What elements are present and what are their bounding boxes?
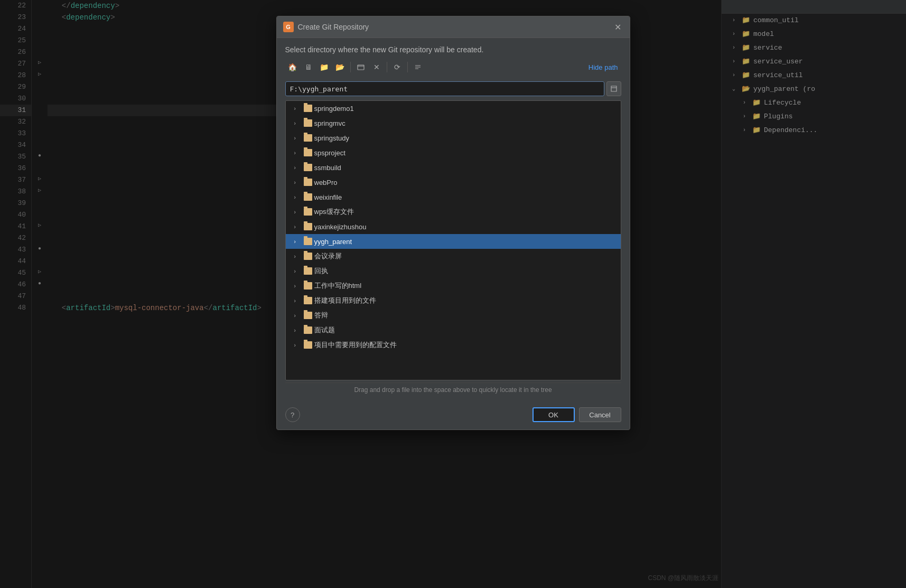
- folder-icon: [304, 312, 312, 319]
- create-git-repository-dialog: G Create Git Repository ✕ Select directo…: [276, 16, 630, 430]
- tree-item-springmvc[interactable]: › springmvc: [286, 116, 621, 130]
- chevron-right-icon: ›: [294, 239, 302, 245]
- chevron-right-icon: ›: [294, 150, 302, 156]
- folder-icon: [304, 341, 312, 349]
- dialog-close-button[interactable]: ✕: [613, 22, 623, 32]
- toolbar-desktop-button[interactable]: 🖥: [301, 60, 316, 74]
- toolbar-folder-button[interactable]: 📁: [317, 60, 332, 74]
- chevron-right-icon: ›: [294, 209, 302, 215]
- dialog-toolbar: 🏠 🖥 📁 📂 ✕ ⟳: [285, 60, 621, 77]
- path-browse-button[interactable]: [606, 81, 621, 96]
- tree-item-label: 会议录屏: [314, 251, 342, 261]
- chevron-right-icon: ›: [294, 165, 302, 171]
- hide-path-button[interactable]: Hide path: [585, 61, 621, 73]
- dialog-titlebar: G Create Git Repository ✕: [277, 16, 630, 38]
- tree-item-label: 回执: [314, 266, 328, 276]
- help-button[interactable]: ?: [285, 407, 300, 422]
- chevron-right-icon: ›: [294, 135, 302, 141]
- folder-icon: [304, 326, 312, 334]
- tree-item-spsproject[interactable]: › spsproject: [286, 145, 621, 160]
- tree-item-label: 项目中需要用到的配置文件: [314, 340, 397, 350]
- tree-item-weixinfile[interactable]: › weixinfile: [286, 190, 621, 204]
- tree-item-label: yygh_parent: [314, 238, 352, 246]
- tree-item-label: weixinfile: [314, 193, 342, 201]
- toolbar-folder-new-button[interactable]: [353, 60, 368, 74]
- folder-icon: [304, 223, 312, 230]
- tree-item-interview[interactable]: › 面试题: [286, 323, 621, 338]
- chevron-right-icon: ›: [294, 194, 302, 200]
- folder-icon: [304, 105, 312, 112]
- toolbar-refresh-button[interactable]: ⟳: [390, 60, 405, 74]
- toolbar-collapse-button[interactable]: [410, 60, 425, 74]
- chevron-right-icon: ›: [294, 283, 302, 289]
- chevron-right-icon: ›: [294, 120, 302, 126]
- cancel-button[interactable]: Cancel: [579, 407, 621, 422]
- toolbar-cancel-button[interactable]: ✕: [369, 60, 384, 74]
- folder-icon: [304, 282, 312, 290]
- toolbar-separator-1: [350, 62, 351, 72]
- tree-item-label: 答辩: [314, 311, 328, 320]
- tree-item-label: springdemo1: [314, 105, 354, 113]
- folder-icon: [304, 193, 312, 201]
- tree-item-label: wps缓存文件: [314, 207, 354, 217]
- tree-item-yygh-parent[interactable]: › yygh_parent: [286, 234, 621, 249]
- drag-drop-hint: Drag and drop a file into the space abov…: [285, 382, 621, 397]
- toolbar-home-button[interactable]: 🏠: [285, 60, 300, 74]
- ok-button[interactable]: OK: [533, 407, 575, 422]
- tree-item-webPro[interactable]: › webPro: [286, 175, 621, 190]
- folder-icon: [304, 208, 312, 216]
- chevron-right-icon: ›: [294, 106, 302, 111]
- folder-icon: [304, 134, 312, 142]
- folder-icon: [304, 238, 312, 245]
- tree-item-label: yaxinkejizhushou: [314, 223, 367, 231]
- chevron-right-icon: ›: [294, 224, 302, 230]
- tree-item-label: springmvc: [314, 119, 345, 127]
- dialog-footer: ? OK Cancel: [277, 402, 630, 430]
- dialog-overlay: G Create Git Repository ✕ Select directo…: [0, 0, 906, 588]
- folder-icon: [304, 297, 312, 304]
- tree-item-springdemo1[interactable]: › springdemo1: [286, 101, 621, 116]
- tree-item-wps-cache[interactable]: › wps缓存文件: [286, 204, 621, 219]
- folder-icon: [304, 267, 312, 275]
- chevron-right-icon: ›: [294, 268, 302, 274]
- tree-item-label: springstudy: [314, 134, 349, 142]
- path-input[interactable]: [285, 81, 604, 96]
- chevron-right-icon: ›: [294, 254, 302, 259]
- tree-item-label: spsproject: [314, 149, 345, 157]
- chevron-right-icon: ›: [294, 328, 302, 333]
- tree-item-config-files[interactable]: › 项目中需要用到的配置文件: [286, 338, 621, 352]
- dialog-instruction-text: Select directory where the new Git repos…: [285, 45, 621, 54]
- tree-item-springstudy[interactable]: › springstudy: [286, 130, 621, 145]
- tree-item-label: ssmbuild: [314, 164, 341, 172]
- chevron-right-icon: ›: [294, 298, 302, 304]
- dialog-app-icon: G: [283, 22, 294, 32]
- folder-icon: [304, 119, 312, 127]
- tree-item-meeting-recording[interactable]: › 会议录屏: [286, 249, 621, 264]
- folder-icon: [304, 164, 312, 171]
- tree-item-defense[interactable]: › 答辩: [286, 308, 621, 323]
- dialog-body: Select directory where the new Git repos…: [277, 38, 630, 402]
- chevron-right-icon: ›: [294, 342, 302, 348]
- toolbar-folder-up-button[interactable]: 📂: [333, 60, 348, 74]
- toolbar-separator-3: [407, 62, 408, 72]
- chevron-right-icon: ›: [294, 313, 302, 319]
- tree-item-label: 工作中写的html: [314, 281, 362, 291]
- chevron-right-icon: ›: [294, 180, 302, 185]
- tree-item-label: webPro: [314, 179, 338, 186]
- tree-item-ssmbuild[interactable]: › ssmbuild: [286, 160, 621, 175]
- path-input-row: [285, 81, 621, 96]
- svg-rect-0: [358, 65, 364, 70]
- tree-item-receipt[interactable]: › 回执: [286, 264, 621, 278]
- dialog-title: Create Git Repository: [298, 23, 609, 31]
- tree-item-label: 搭建项目用到的文件: [314, 296, 376, 305]
- tree-item-label: 面试题: [314, 325, 335, 335]
- tree-item-html-work[interactable]: › 工作中写的html: [286, 278, 621, 293]
- folder-icon: [304, 149, 312, 156]
- tree-item-project-files[interactable]: › 搭建项目用到的文件: [286, 293, 621, 308]
- folder-icon: [304, 179, 312, 186]
- file-tree[interactable]: › springdemo1 › springmvc › springstudy …: [285, 100, 621, 380]
- tree-item-yaxinkejizhushou[interactable]: › yaxinkejizhushou: [286, 219, 621, 234]
- folder-icon: [304, 253, 312, 260]
- toolbar-separator-2: [387, 62, 387, 72]
